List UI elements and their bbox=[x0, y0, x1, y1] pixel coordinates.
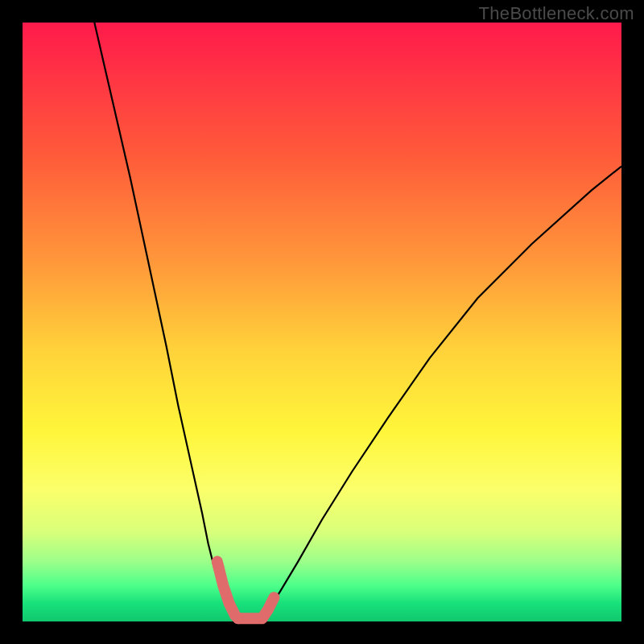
chart-frame: TheBottleneck.com bbox=[0, 0, 644, 644]
curve-svg bbox=[23, 23, 621, 621]
plot-area bbox=[23, 23, 621, 621]
highlight-segment-0 bbox=[217, 562, 238, 619]
watermark-text: TheBottleneck.com bbox=[479, 3, 634, 24]
highlight-segment-1 bbox=[238, 597, 275, 618]
bottleneck-curve bbox=[94, 23, 621, 621]
